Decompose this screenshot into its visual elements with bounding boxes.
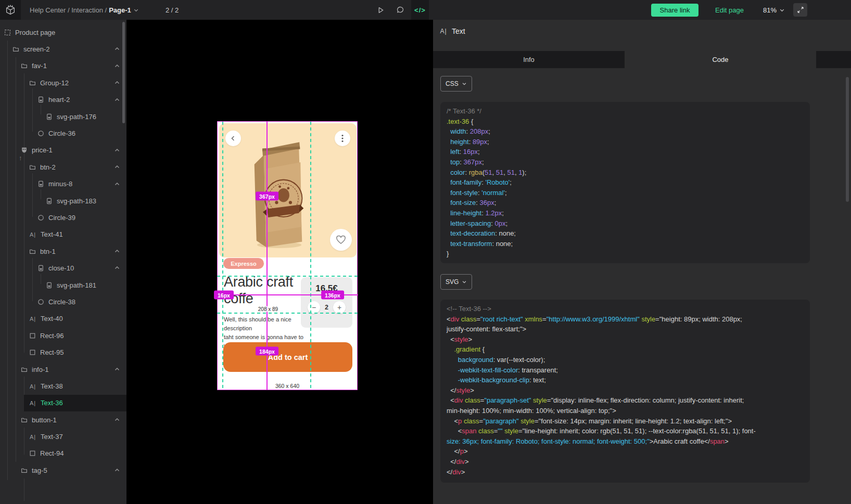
chevron-down-icon[interactable] (133, 7, 139, 13)
code-line: <p class="paragraph" style="font-size: 1… (447, 416, 804, 427)
svg-layer-icon (37, 180, 44, 187)
fullscreen-button[interactable] (793, 3, 807, 17)
layer-info-1[interactable]: info-1 (0, 361, 126, 378)
text-layer-icon: A| (29, 230, 36, 238)
code-line: -webkit-text-fill-color: transparent; (447, 365, 804, 376)
mask-layer-icon (21, 147, 28, 153)
tab-info[interactable]: Info (433, 51, 625, 68)
chevron-up-icon[interactable] (114, 80, 120, 86)
layer-minus-8[interactable]: minus-8 (0, 176, 126, 192)
more-options-button[interactable] (335, 131, 350, 146)
design-canvas[interactable]: Expresso Arabic craft coffe 16.5€ − 2 + … (126, 20, 433, 504)
chevron-up-icon[interactable] (114, 417, 120, 423)
tab-info-label: Info (523, 56, 535, 63)
layer-label: Circle-39 (48, 214, 75, 222)
layer-button-1[interactable]: button-1 (0, 411, 126, 428)
layer-label: Rect-94 (40, 449, 64, 457)
back-button[interactable] (225, 131, 241, 146)
code-line: } (447, 249, 804, 259)
play-button[interactable] (372, 0, 389, 20)
layer-text-37[interactable]: A|Text-37 (0, 428, 126, 445)
svg-language-select[interactable]: SVG (440, 274, 472, 290)
zoom-level-control[interactable]: 81% (763, 0, 785, 20)
folder-layer-icon (21, 467, 28, 474)
quantity-plus-button[interactable]: + (333, 301, 346, 314)
chevron-up-icon[interactable] (114, 63, 120, 69)
add-to-cart-button[interactable]: Add to cart (223, 342, 352, 372)
share-link-button[interactable]: Share link (651, 4, 698, 17)
layer-svg-path-176[interactable]: svg-path-176 (0, 108, 126, 125)
guide-line-top (217, 276, 358, 277)
layer-btn-1[interactable]: btn-1 (0, 243, 126, 260)
chevron-up-icon[interactable] (114, 366, 120, 372)
layer-close-10[interactable]: close-10 (0, 260, 126, 276)
layer-circle-38[interactable]: Circle-38 (0, 293, 126, 310)
layer-label: btn-2 (40, 163, 56, 171)
layer-text-40[interactable]: A|Text-40 (0, 311, 126, 327)
code-line: /* Text-36 */ (447, 106, 804, 117)
layer-fav-1[interactable]: fav-1 (0, 58, 126, 74)
layer-text-38[interactable]: A|Text-38 (0, 378, 126, 394)
layer-circle-39[interactable]: Circle-39 (0, 209, 126, 226)
layer-label: Group-12 (40, 79, 69, 87)
layer-label: Text-40 (41, 315, 63, 322)
layer-text-41[interactable]: A|Text-41 (0, 226, 126, 243)
code-line: <div class="root rich-text" xmlns="http:… (447, 314, 804, 325)
layer-group-12[interactable]: Group-12 (0, 74, 126, 91)
chevron-up-icon[interactable] (114, 164, 120, 170)
kebab-menu-icon (341, 134, 344, 143)
layer-svg-path-183[interactable]: svg-path-183 (0, 192, 126, 209)
code-line: <span class="" style="line-height: inher… (447, 426, 804, 436)
layer-text-36[interactable]: A|Text-36 (0, 395, 126, 411)
product-tag-badge[interactable]: Expresso (223, 258, 264, 269)
chevron-up-icon[interactable] (114, 265, 120, 271)
breadcrumb[interactable]: Help Center / Interaction / Page-1 (30, 0, 139, 20)
layer-rect-96[interactable]: Rect-96 (0, 327, 126, 344)
chevron-up-icon[interactable] (114, 467, 120, 473)
css-language-select[interactable]: CSS (440, 76, 472, 92)
app-logo[interactable] (0, 0, 21, 20)
chevron-up-icon[interactable] (114, 97, 120, 103)
layer-rect-95[interactable]: Rect-95 (0, 344, 126, 360)
artboard-product-page[interactable]: Expresso Arabic craft coffe 16.5€ − 2 + … (217, 121, 358, 390)
tab-code[interactable]: Code (625, 51, 816, 68)
svg-layer-icon (46, 282, 53, 289)
panel-scrollbar[interactable] (846, 77, 849, 202)
selected-element-header: A| Text (440, 27, 465, 35)
edit-page-label: Edit page (715, 6, 744, 14)
code-mode-button[interactable]: </> (411, 0, 429, 20)
layer-screen-2[interactable]: screen-2 (0, 41, 126, 57)
sidebar-scrollbar[interactable] (122, 22, 125, 123)
chevron-up-icon[interactable] (114, 248, 120, 254)
layer-label: Text-37 (41, 433, 63, 441)
code-line: line-height: 1.2px; (447, 208, 804, 218)
code-line: height: 89px; (447, 137, 804, 147)
measure-badge-top: 367px (256, 192, 278, 201)
layer-label: minus-8 (48, 180, 72, 188)
favorite-button[interactable] (330, 229, 352, 251)
chevron-up-icon[interactable] (114, 147, 120, 153)
folder-layer-icon (29, 164, 36, 171)
svg-layer-icon (46, 113, 53, 120)
code-line: text-transform: none; (447, 239, 804, 249)
code-line: letter-spacing: 0px; (447, 218, 804, 229)
layer-heart-2[interactable]: heart-2 (0, 92, 126, 108)
svg-layer-icon (46, 198, 53, 204)
chevron-up-icon[interactable] (114, 46, 120, 52)
layer-product-page[interactable]: Product page (0, 24, 126, 41)
comment-icon (396, 6, 404, 14)
coffee-bag-image (249, 132, 307, 249)
text-layer-icon: A| (29, 399, 36, 407)
layer-rect-94[interactable]: Rect-94 (0, 445, 126, 462)
chevron-up-icon[interactable] (114, 181, 120, 187)
comment-button[interactable] (391, 0, 409, 20)
edit-page-link[interactable]: Edit page (715, 0, 744, 20)
circle-layer-icon (37, 214, 44, 221)
code-line: color: rgba(51, 51, 51, 1); (447, 167, 804, 178)
quantity-minus-button[interactable]: − (308, 301, 320, 314)
layer-tag-5[interactable]: tag-5 (0, 462, 126, 479)
circle-layer-icon (37, 299, 44, 305)
layer-svg-path-181[interactable]: svg-path-181 (0, 277, 126, 293)
tab-code-label: Code (712, 56, 728, 63)
layer-circle-36[interactable]: Circle-36 (0, 125, 126, 141)
